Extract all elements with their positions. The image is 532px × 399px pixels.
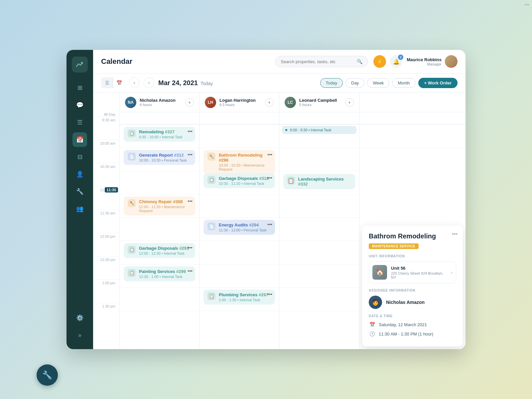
event-title-landscaping: Landscaping Services #332 bbox=[298, 177, 351, 187]
event-leonard-internal[interactable]: 9:00 - 9:30 • Internal Task bbox=[282, 126, 356, 134]
search-bar[interactable]: 🔍 bbox=[275, 56, 368, 67]
user-name: Maurice Robbins bbox=[407, 57, 442, 62]
sidebar-item-contact[interactable]: 👤 bbox=[72, 167, 87, 182]
column-header-leonard: LC Leonard Campbell 5 hours + bbox=[279, 92, 359, 112]
day-button[interactable]: Day bbox=[345, 78, 364, 88]
sidebar-item-tools[interactable]: 🔧 bbox=[72, 184, 87, 199]
slot-leonard-1330 bbox=[279, 311, 359, 334]
detail-popup-title: Bathrom Remodeling bbox=[369, 232, 456, 240]
event-menu-painting[interactable]: ••• bbox=[188, 268, 193, 274]
app-logo[interactable] bbox=[72, 57, 88, 72]
event-text-leonard-internal: 9:00 - 9:30 • Internal Task bbox=[290, 128, 332, 132]
event-icon-energy: 📄 bbox=[207, 222, 215, 230]
detail-popup-menu[interactable]: ••• bbox=[452, 231, 458, 237]
work-order-button[interactable]: + Work Order bbox=[418, 78, 458, 88]
lightning-button[interactable]: ⚡ bbox=[373, 55, 386, 68]
event-menu-generate-report[interactable]: ••• bbox=[188, 152, 193, 157]
event-chimney-repair[interactable]: 🔧 Chimney Repair #308 11:00 - 11:30 • Ma… bbox=[124, 197, 195, 215]
unit-thumb-img: 🏠 bbox=[372, 265, 387, 280]
month-button[interactable]: Month bbox=[392, 78, 415, 88]
time-slot-930: 9:30 am bbox=[93, 116, 119, 140]
detail-all-day-spacer bbox=[359, 112, 466, 124]
slot-nicholas-1030 bbox=[120, 171, 199, 194]
user-role: Manager bbox=[407, 62, 442, 66]
event-menu-plumbing[interactable]: ••• bbox=[267, 292, 272, 297]
next-button[interactable]: › bbox=[144, 77, 154, 88]
event-time-garbage-logan: 10:30 - 11:20 • Internal Task bbox=[219, 182, 269, 186]
sidebar-item-calendar[interactable]: 📅 bbox=[72, 132, 87, 147]
avatar-nicholas: NA bbox=[125, 97, 136, 108]
event-icon-bathrom: 🔧 bbox=[207, 153, 215, 161]
column-leonard: LC Leonard Campbell 5 hours + bbox=[279, 92, 359, 349]
clock-icon: 🕐 bbox=[369, 331, 375, 337]
unit-section-label: UNIT INFORMATION bbox=[369, 254, 456, 258]
event-icon-garbage-nicholas: 📋 bbox=[128, 246, 136, 254]
event-menu-bathrom[interactable]: ••• bbox=[267, 152, 272, 157]
grid-view-button[interactable]: 📅 bbox=[113, 77, 125, 88]
time-slot-1130: 11:30 am bbox=[93, 209, 119, 233]
event-icon-plumbing: 📋 bbox=[207, 292, 215, 300]
person-details-logan: Logan Harrington 6.5 hours bbox=[219, 98, 256, 107]
event-plumbing-services[interactable]: 📋 Plumbing Services #297 1:00 - 1:30 • I… bbox=[203, 290, 275, 305]
add-leonard-button[interactable]: + bbox=[345, 98, 354, 107]
unit-name: Unit 56 bbox=[391, 266, 447, 271]
event-landscaping[interactable]: 📋 Landscaping Services #332 ••• bbox=[283, 174, 355, 189]
person-hours-logan: 6.5 hours bbox=[219, 103, 256, 107]
all-day-label: All Day bbox=[93, 112, 120, 116]
time-slot-1000: 10:00 am bbox=[93, 140, 119, 163]
add-logan-button[interactable]: + bbox=[265, 98, 274, 107]
event-menu-chimney-repair[interactable]: ••• bbox=[188, 199, 193, 204]
all-day-nicholas bbox=[120, 112, 199, 124]
person-name-nicholas: Nicholas Amazon bbox=[140, 98, 176, 103]
column-header-logan: LH Logan Harrington 6.5 hours + bbox=[200, 92, 279, 112]
current-time: 11:35 bbox=[105, 187, 118, 193]
add-nicholas-button[interactable]: + bbox=[185, 98, 194, 107]
event-title-painting: Painting Services #299 bbox=[139, 269, 186, 274]
slot-nicholas-1300 bbox=[120, 287, 199, 311]
event-title-energy: Energy Audits #294 bbox=[219, 222, 267, 227]
event-painting-services[interactable]: 📋 Painting Services #299 12:30 - 1:00 • … bbox=[124, 266, 195, 281]
sidebar-item-expand[interactable]: » bbox=[72, 328, 87, 342]
event-date: Saturday, 12 March 2021 bbox=[379, 322, 427, 327]
sidebar-item-list[interactable]: ☰ bbox=[72, 115, 87, 130]
event-icon-generate-report: 📄 bbox=[128, 153, 136, 161]
event-time-painting: 12:30 - 1:00 • Internal Task bbox=[139, 275, 186, 279]
event-bathrom-remodeling[interactable]: 🔧 Bathrom Remodeling #296 10:00 - 10:30 … bbox=[203, 150, 275, 174]
unit-card[interactable]: 🏠 Unit 56 225 Cherry Street #24 Brooklyn… bbox=[369, 261, 456, 283]
search-input[interactable] bbox=[281, 59, 354, 64]
slot-nicholas-930: 📋 Remodeling #327 9:30 - 10:00 • Interna… bbox=[120, 124, 199, 148]
fab-tools-button[interactable]: 🔧 bbox=[37, 364, 58, 386]
slot-logan-1330 bbox=[200, 311, 279, 334]
event-remodeling[interactable]: 📋 Remodeling #327 9:30 - 10:00 • Interna… bbox=[124, 127, 195, 142]
slot-logan-1200 bbox=[200, 241, 279, 264]
event-menu-remodeling[interactable]: ••• bbox=[188, 129, 193, 134]
sidebar-item-settings[interactable]: ⚙️ bbox=[72, 311, 87, 325]
bell-button[interactable]: 🔔 2 bbox=[390, 55, 403, 68]
avatar-logan: LH bbox=[205, 97, 216, 108]
sidebar-item-table[interactable]: ⊟ bbox=[72, 150, 87, 164]
column-logan: LH Logan Harrington 6.5 hours + bbox=[200, 92, 279, 349]
time-slot-1230: 12:30 pm bbox=[93, 256, 119, 279]
time-slot-1300: 1:00 pm bbox=[93, 279, 119, 303]
sidebar-item-chat[interactable]: 💬 bbox=[72, 98, 87, 112]
event-energy-audits[interactable]: 📄 Energy Audits #294 11:30 - 12:00 • Per… bbox=[203, 220, 275, 235]
slot-leonard-1230 bbox=[279, 264, 359, 287]
week-button[interactable]: Week bbox=[367, 78, 389, 88]
event-menu-garbage-nicholas[interactable]: ••• bbox=[188, 245, 193, 250]
event-time-garbage-nicholas: 12:00 - 12:30 • Internal Task bbox=[139, 251, 189, 255]
slot-nicholas-1100: 🔧 Chimney Repair #308 11:00 - 11:30 • Ma… bbox=[120, 194, 199, 217]
event-garbage-disposals-logan[interactable]: 📋 Garbage Disposals #318 10:30 - 11:20 •… bbox=[203, 173, 275, 188]
event-menu-garbage-logan[interactable]: ••• bbox=[267, 175, 272, 181]
person-details-leonard: Leonard Campbell 5 hours bbox=[299, 98, 337, 107]
sidebar-item-people[interactable]: 👥 bbox=[72, 201, 87, 216]
event-time: 11:30 AM - 1:30 PM (1 hour) bbox=[379, 332, 433, 336]
prev-button[interactable]: ‹ bbox=[129, 77, 140, 88]
list-view-button[interactable]: ☰ bbox=[101, 77, 113, 88]
user-profile[interactable]: Maurice Robbins Manager bbox=[407, 55, 458, 68]
today-button[interactable]: Today bbox=[320, 78, 343, 88]
person-name-leonard: Leonard Campbell bbox=[299, 98, 337, 103]
event-garbage-disposals-nicholas[interactable]: 📋 Garbage Disposals #293 12:00 - 12:30 •… bbox=[124, 243, 195, 258]
event-menu-energy[interactable]: ••• bbox=[267, 222, 272, 227]
sidebar-item-grid[interactable]: ⊞ bbox=[72, 80, 87, 95]
event-generate-report[interactable]: 📄 Generate Report #312 10:00 - 10:30 • P… bbox=[124, 150, 195, 165]
